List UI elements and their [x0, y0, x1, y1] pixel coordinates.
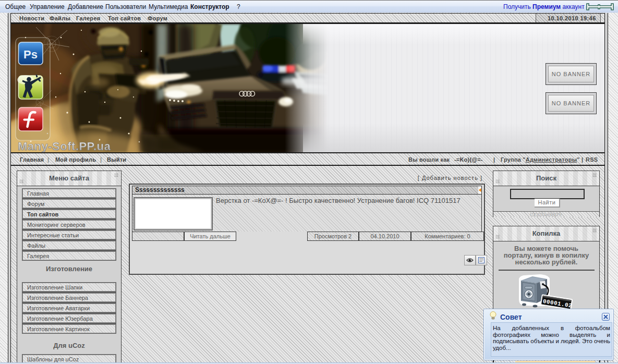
svg-text:Many-Soft.PP.ua: Many-Soft.PP.ua: [18, 140, 111, 152]
svg-text:Ps: Ps: [23, 48, 38, 61]
